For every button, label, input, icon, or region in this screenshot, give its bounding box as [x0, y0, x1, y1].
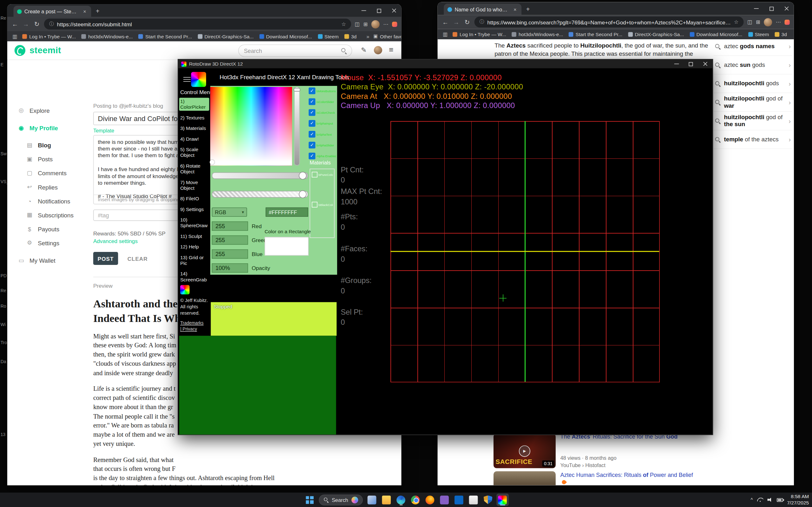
menu-item-9[interactable]: 9) Settings	[179, 206, 209, 213]
bookmarks-overflow-icon[interactable]: »	[366, 33, 369, 39]
desktop-icon-label[interactable]: Re	[1, 15, 6, 20]
slider-thumb[interactable]	[299, 172, 306, 179]
related-search-item[interactable]: huitzilopochtli god of the sun›	[714, 112, 792, 130]
bookmark-item[interactable]: 3d	[345, 33, 357, 39]
sidebar-item-explore[interactable]: ◎Explore	[7, 104, 93, 118]
side-panel-icon[interactable]: ▥	[12, 33, 17, 39]
sidebar-item-payouts[interactable]: $Payouts	[7, 222, 93, 236]
sidebar-item-subscriptions[interactable]: ▦Subscriptions	[7, 208, 93, 222]
menu-item-7[interactable]: 7) Move Object	[179, 179, 209, 191]
apps-icon[interactable]: ⊞	[363, 21, 368, 27]
close-button[interactable]	[698, 60, 713, 68]
bookmark-item[interactable]: Start the Second Pr...	[139, 33, 192, 39]
desktop-icon-label[interactable]: Da	[1, 359, 6, 364]
wifi-icon[interactable]	[757, 498, 763, 502]
blue-field[interactable]: 255	[212, 249, 248, 259]
bookmark-item[interactable]: hot3dx/Windows-e...	[512, 32, 563, 37]
color-gradient-field[interactable]	[210, 87, 292, 165]
site-info-icon[interactable]: ⓘ	[479, 19, 484, 25]
more-menu-icon[interactable]: ⋯	[383, 21, 388, 27]
alpha-slider[interactable]	[212, 191, 308, 198]
start-button[interactable]	[303, 494, 316, 506]
copilot-icon[interactable]	[351, 497, 358, 503]
drawing-grid[interactable]	[391, 121, 660, 382]
checkbox-icon[interactable]: ✓	[309, 142, 315, 148]
picker-checkbox[interactable]: ✓bAlphaSlider	[309, 142, 337, 148]
steemit-logo-icon[interactable]	[14, 45, 26, 56]
value-slider[interactable]	[294, 87, 300, 165]
taskbar-search[interactable]: Search	[319, 494, 362, 505]
new-post-pencil-icon[interactable]: ✎	[361, 46, 367, 54]
new-tab-button[interactable]: +	[96, 8, 99, 15]
edge-icon[interactable]	[395, 494, 407, 506]
back-icon[interactable]: ←	[11, 20, 19, 27]
checkbox-icon[interactable]: ✓	[309, 109, 315, 116]
bookmark-item[interactable]: hot3dx/Windows-e...	[82, 33, 133, 39]
close-button[interactable]	[779, 2, 794, 15]
bookmark-item[interactable]: Steem	[318, 33, 339, 39]
steemit-brand[interactable]: steemit	[30, 45, 61, 56]
forward-icon[interactable]: →	[22, 20, 30, 27]
bookmark-item[interactable]: Log In • Trybe — W...	[453, 32, 506, 37]
menu-item-13[interactable]: 13) Grid or Pic	[179, 254, 209, 267]
picker-checkbox[interactable]: ✓Alpha Enabled	[309, 153, 337, 159]
related-search-item[interactable]: aztec sun gods›	[714, 56, 792, 74]
tray-overflow-icon[interactable]: ^	[751, 497, 753, 502]
split-screen-icon[interactable]: ◫	[355, 21, 360, 27]
menu-item-14[interactable]: 14) ScreenGrab	[179, 270, 209, 283]
title-bar[interactable]: RotoDraw 3D DirectX 12	[178, 60, 713, 68]
video-thumbnail[interactable]: SACRIFICE ▶ 0:31	[494, 434, 556, 468]
checkbox-icon[interactable]: ✓	[309, 120, 315, 127]
sidebar-item-my-wallet[interactable]: ▭My Wallet	[7, 253, 93, 268]
value-slider-thumb[interactable]	[294, 88, 300, 92]
notepad-icon[interactable]	[467, 494, 479, 506]
related-search-item[interactable]: huitzilopochtli god of war›	[714, 93, 792, 112]
visual-studio-icon[interactable]	[438, 494, 451, 506]
sidebar-item-blog[interactable]: ▤Blog	[7, 138, 93, 152]
bookmark-item[interactable]: Start the Second Pr...	[569, 32, 622, 37]
minimize-button[interactable]	[669, 60, 683, 68]
chrome-icon[interactable]	[409, 494, 421, 506]
related-search-item[interactable]: aztec gods names›	[714, 38, 792, 56]
related-search-item[interactable]: temple of the aztecs›	[714, 130, 792, 149]
checkbox-icon[interactable]: ✓	[309, 98, 315, 105]
new-tab-button[interactable]: +	[526, 6, 530, 13]
menu-item-3[interactable]: 3) Materials	[179, 125, 209, 132]
sidebar-item-settings[interactable]: ⚙Settings	[7, 236, 93, 250]
menu-icon[interactable]: ≡	[389, 45, 393, 54]
user-avatar[interactable]	[374, 46, 382, 54]
file-explorer-icon[interactable]	[380, 494, 393, 506]
reload-icon[interactable]: ↻	[463, 18, 471, 26]
menu-item-8[interactable]: 8) FileIO	[179, 195, 209, 202]
desktop-icon-label[interactable]: Wi	[1, 322, 6, 327]
play-icon[interactable]: ▶	[519, 445, 530, 457]
bookmark-item[interactable]: Download Microsof...	[259, 33, 312, 39]
rotodraw-icon[interactable]	[496, 494, 509, 506]
bookmark-item[interactable]: DirectX-Graphics-Sa...	[628, 32, 684, 37]
menu-item-2[interactable]: 2) Textures	[179, 114, 209, 121]
site-info-icon[interactable]: ⓘ	[49, 20, 54, 27]
minimize-button[interactable]	[749, 2, 764, 15]
maximize-button[interactable]	[683, 60, 698, 68]
maximize-button[interactable]	[371, 4, 386, 17]
video-thumbnail-2[interactable]	[494, 471, 556, 485]
minimize-button[interactable]	[356, 4, 371, 17]
picker-checkbox[interactable]: ✓bMoreButtons	[309, 88, 337, 94]
forward-icon[interactable]: →	[453, 18, 460, 26]
checkbox-icon[interactable]: ✓	[309, 131, 315, 137]
bookmark-item[interactable]: Log In • Trybe — W...	[22, 33, 76, 39]
hamburger-menu-icon[interactable]	[183, 75, 191, 83]
hex-color-field[interactable]: #FFFFFFFF	[266, 208, 308, 217]
apps-icon[interactable]: ⊞	[756, 19, 760, 25]
desktop-icon-label[interactable]: PD	[1, 273, 7, 278]
split-screen-icon[interactable]: ◫	[747, 19, 752, 25]
slider-thumb[interactable]	[299, 190, 306, 198]
material-checkbox[interactable]: bBlackColorRect	[312, 202, 333, 208]
tab-close-icon[interactable]: ×	[512, 6, 518, 12]
more-menu-icon[interactable]: ⋯	[776, 19, 781, 25]
checkbox-icon[interactable]: ✓	[309, 88, 315, 94]
task-view-icon[interactable]	[366, 494, 378, 506]
trademarks-privacy-link[interactable]: Trademarks | Privacy	[180, 320, 204, 333]
back-icon[interactable]: ←	[442, 18, 449, 26]
maximize-button[interactable]	[764, 2, 779, 15]
